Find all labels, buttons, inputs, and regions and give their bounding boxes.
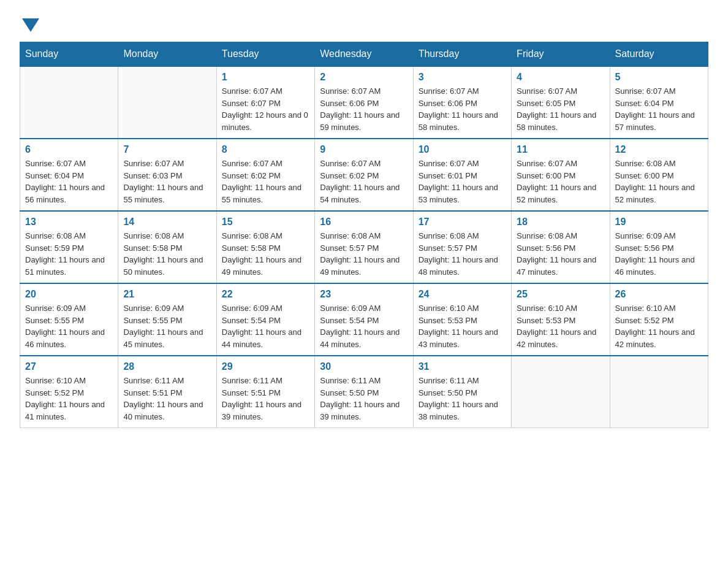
calendar-cell xyxy=(118,66,216,139)
day-info: Sunrise: 6:08 AMSunset: 5:59 PMDaylight:… xyxy=(25,230,113,278)
day-info: Sunrise: 6:07 AMSunset: 6:06 PMDaylight:… xyxy=(419,85,506,133)
day-number: 29 xyxy=(222,361,309,372)
calendar-table: SundayMondayTuesdayWednesdayThursdayFrid… xyxy=(20,42,708,428)
day-number: 15 xyxy=(222,216,309,228)
day-info: Sunrise: 6:07 AMSunset: 6:00 PMDaylight:… xyxy=(517,158,604,205)
day-number: 13 xyxy=(25,216,113,228)
logo xyxy=(20,15,39,32)
week-row: 27Sunrise: 6:10 AMSunset: 5:52 PMDayligh… xyxy=(20,356,708,428)
day-number: 24 xyxy=(419,289,506,300)
calendar-cell: 27Sunrise: 6:10 AMSunset: 5:52 PMDayligh… xyxy=(20,356,118,428)
day-number: 5 xyxy=(615,72,703,83)
day-number: 10 xyxy=(419,144,506,155)
calendar-cell: 21Sunrise: 6:09 AMSunset: 5:55 PMDayligh… xyxy=(118,283,216,356)
day-info: Sunrise: 6:10 AMSunset: 5:53 PMDaylight:… xyxy=(517,302,604,350)
day-number: 11 xyxy=(517,144,604,155)
day-info: Sunrise: 6:11 AMSunset: 5:50 PMDaylight:… xyxy=(320,375,408,423)
day-info: Sunrise: 6:07 AMSunset: 6:03 PMDaylight:… xyxy=(123,158,211,205)
day-number: 30 xyxy=(320,361,408,372)
calendar-cell xyxy=(20,66,118,139)
calendar-cell: 14Sunrise: 6:08 AMSunset: 5:58 PMDayligh… xyxy=(118,211,216,283)
day-info: Sunrise: 6:10 AMSunset: 5:52 PMDaylight:… xyxy=(25,375,113,423)
calendar-cell: 5Sunrise: 6:07 AMSunset: 6:04 PMDaylight… xyxy=(610,66,708,139)
page-header xyxy=(20,15,708,32)
calendar-cell xyxy=(512,356,610,428)
calendar-cell: 24Sunrise: 6:10 AMSunset: 5:53 PMDayligh… xyxy=(413,283,511,356)
calendar-day-header: Tuesday xyxy=(216,42,314,67)
day-info: Sunrise: 6:09 AMSunset: 5:55 PMDaylight:… xyxy=(25,302,113,350)
day-number: 8 xyxy=(222,144,309,155)
day-number: 18 xyxy=(517,216,604,228)
calendar-cell: 31Sunrise: 6:11 AMSunset: 5:50 PMDayligh… xyxy=(413,356,511,428)
calendar-cell: 9Sunrise: 6:07 AMSunset: 6:02 PMDaylight… xyxy=(315,139,413,211)
day-info: Sunrise: 6:08 AMSunset: 5:58 PMDaylight:… xyxy=(222,230,309,278)
day-info: Sunrise: 6:07 AMSunset: 6:02 PMDaylight:… xyxy=(320,158,408,205)
day-number: 19 xyxy=(615,216,703,228)
calendar-header-row: SundayMondayTuesdayWednesdayThursdayFrid… xyxy=(20,42,708,67)
calendar-day-header: Friday xyxy=(512,42,610,67)
calendar-day-header: Thursday xyxy=(413,42,511,67)
day-info: Sunrise: 6:08 AMSunset: 6:00 PMDaylight:… xyxy=(615,158,703,205)
calendar-cell: 16Sunrise: 6:08 AMSunset: 5:57 PMDayligh… xyxy=(315,211,413,283)
day-number: 26 xyxy=(615,289,703,300)
calendar-cell: 30Sunrise: 6:11 AMSunset: 5:50 PMDayligh… xyxy=(315,356,413,428)
calendar-cell: 15Sunrise: 6:08 AMSunset: 5:58 PMDayligh… xyxy=(216,211,314,283)
week-row: 1Sunrise: 6:07 AMSunset: 6:07 PMDaylight… xyxy=(20,66,708,139)
calendar-cell: 11Sunrise: 6:07 AMSunset: 6:00 PMDayligh… xyxy=(512,139,610,211)
day-info: Sunrise: 6:07 AMSunset: 6:02 PMDaylight:… xyxy=(222,158,309,205)
calendar-cell: 19Sunrise: 6:09 AMSunset: 5:56 PMDayligh… xyxy=(610,211,708,283)
day-number: 22 xyxy=(222,289,309,300)
day-info: Sunrise: 6:11 AMSunset: 5:51 PMDaylight:… xyxy=(222,375,309,423)
calendar-cell: 3Sunrise: 6:07 AMSunset: 6:06 PMDaylight… xyxy=(413,66,511,139)
calendar-cell: 20Sunrise: 6:09 AMSunset: 5:55 PMDayligh… xyxy=(20,283,118,356)
calendar-cell: 1Sunrise: 6:07 AMSunset: 6:07 PMDaylight… xyxy=(216,66,314,139)
day-number: 31 xyxy=(419,361,506,372)
day-number: 9 xyxy=(320,144,408,155)
calendar-cell xyxy=(610,356,708,428)
week-row: 20Sunrise: 6:09 AMSunset: 5:55 PMDayligh… xyxy=(20,283,708,356)
calendar-cell: 12Sunrise: 6:08 AMSunset: 6:00 PMDayligh… xyxy=(610,139,708,211)
day-info: Sunrise: 6:09 AMSunset: 5:54 PMDaylight:… xyxy=(222,302,309,350)
calendar-cell: 13Sunrise: 6:08 AMSunset: 5:59 PMDayligh… xyxy=(20,211,118,283)
calendar-cell: 4Sunrise: 6:07 AMSunset: 6:05 PMDaylight… xyxy=(512,66,610,139)
calendar-cell: 28Sunrise: 6:11 AMSunset: 5:51 PMDayligh… xyxy=(118,356,216,428)
calendar-cell: 26Sunrise: 6:10 AMSunset: 5:52 PMDayligh… xyxy=(610,283,708,356)
day-number: 3 xyxy=(419,72,506,83)
day-info: Sunrise: 6:10 AMSunset: 5:52 PMDaylight:… xyxy=(615,302,703,350)
calendar-cell: 18Sunrise: 6:08 AMSunset: 5:56 PMDayligh… xyxy=(512,211,610,283)
day-number: 27 xyxy=(25,361,113,372)
day-info: Sunrise: 6:07 AMSunset: 6:04 PMDaylight:… xyxy=(25,158,113,205)
day-number: 23 xyxy=(320,289,408,300)
calendar-cell: 22Sunrise: 6:09 AMSunset: 5:54 PMDayligh… xyxy=(216,283,314,356)
calendar-day-header: Saturday xyxy=(610,42,708,67)
logo-arrow-icon xyxy=(22,18,39,32)
day-info: Sunrise: 6:08 AMSunset: 5:57 PMDaylight:… xyxy=(419,230,506,278)
calendar-day-header: Wednesday xyxy=(315,42,413,67)
calendar-day-header: Sunday xyxy=(20,42,118,67)
day-info: Sunrise: 6:10 AMSunset: 5:53 PMDaylight:… xyxy=(419,302,506,350)
day-info: Sunrise: 6:11 AMSunset: 5:51 PMDaylight:… xyxy=(123,375,211,423)
day-number: 20 xyxy=(25,289,113,300)
day-number: 16 xyxy=(320,216,408,228)
day-info: Sunrise: 6:08 AMSunset: 5:56 PMDaylight:… xyxy=(517,230,604,278)
day-number: 21 xyxy=(123,289,211,300)
day-info: Sunrise: 6:07 AMSunset: 6:01 PMDaylight:… xyxy=(419,158,506,205)
week-row: 13Sunrise: 6:08 AMSunset: 5:59 PMDayligh… xyxy=(20,211,708,283)
day-number: 7 xyxy=(123,144,211,155)
calendar-cell: 2Sunrise: 6:07 AMSunset: 6:06 PMDaylight… xyxy=(315,66,413,139)
day-number: 1 xyxy=(222,72,309,83)
calendar-cell: 7Sunrise: 6:07 AMSunset: 6:03 PMDaylight… xyxy=(118,139,216,211)
calendar-cell: 6Sunrise: 6:07 AMSunset: 6:04 PMDaylight… xyxy=(20,139,118,211)
day-number: 12 xyxy=(615,144,703,155)
calendar-cell: 17Sunrise: 6:08 AMSunset: 5:57 PMDayligh… xyxy=(413,211,511,283)
week-row: 6Sunrise: 6:07 AMSunset: 6:04 PMDaylight… xyxy=(20,139,708,211)
day-number: 2 xyxy=(320,72,408,83)
day-number: 4 xyxy=(517,72,604,83)
day-info: Sunrise: 6:09 AMSunset: 5:55 PMDaylight:… xyxy=(123,302,211,350)
day-info: Sunrise: 6:07 AMSunset: 6:04 PMDaylight:… xyxy=(615,85,703,133)
calendar-cell: 10Sunrise: 6:07 AMSunset: 6:01 PMDayligh… xyxy=(413,139,511,211)
day-number: 14 xyxy=(123,216,211,228)
day-info: Sunrise: 6:09 AMSunset: 5:56 PMDaylight:… xyxy=(615,230,703,278)
day-info: Sunrise: 6:09 AMSunset: 5:54 PMDaylight:… xyxy=(320,302,408,350)
day-info: Sunrise: 6:08 AMSunset: 5:57 PMDaylight:… xyxy=(320,230,408,278)
